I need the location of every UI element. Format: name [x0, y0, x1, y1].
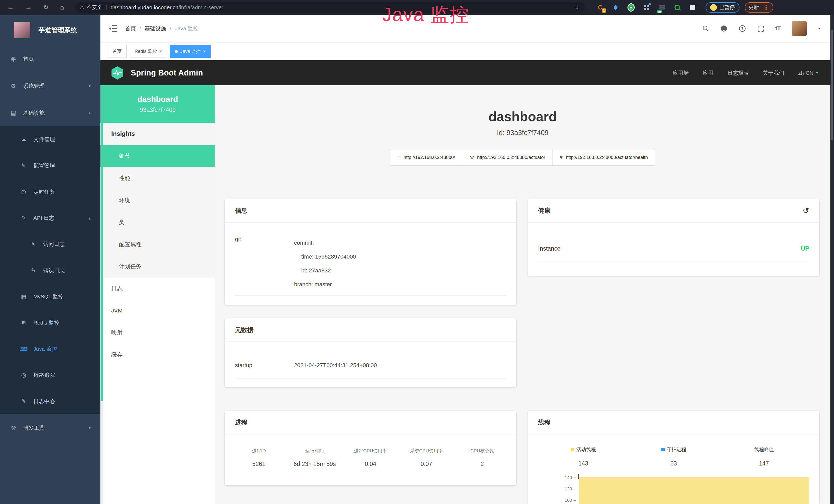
address-bar[interactable]: ⚠ 不安全 dashboard.yudao.iocoder.cn /infra/… [75, 2, 585, 13]
sba-item-classes[interactable]: 类 [101, 211, 215, 233]
sba-item-logs[interactable]: 日志 [101, 278, 215, 300]
app-logo-row[interactable]: 芋道管理系统 [0, 15, 101, 45]
sidebar-item-redis-monitor[interactable]: ≋ Redis 监控 [0, 310, 101, 336]
sidebar-item-access-log[interactable]: ✎ 访问日志 [0, 231, 101, 257]
live-threads-value: 143 [538, 460, 629, 467]
tab-java-monitor[interactable]: Java 监控 × [170, 45, 211, 58]
info-key: git [235, 236, 294, 292]
legend-daemon-threads: 守护进程 [629, 446, 719, 453]
home-icon[interactable]: ⌂ [60, 3, 64, 11]
sidebar-item-java-monitor[interactable]: ⌨ Java 监控 [0, 336, 101, 362]
close-icon[interactable]: × [203, 49, 206, 54]
not-secure-label[interactable]: 不安全 [87, 4, 102, 11]
sidebar-item-config-manage[interactable]: ✎ 配置管理 [0, 153, 101, 179]
sba-item-config-props[interactable]: 配置属性 [101, 233, 215, 255]
paused-label: 已暂停 [720, 4, 735, 11]
profile-paused-chip[interactable]: 已暂停 [706, 2, 740, 13]
spring-boot-admin-logo-icon[interactable] [110, 66, 125, 80]
sba-nav-applications[interactable]: 应用 [702, 69, 713, 76]
sba-header: Spring Boot Admin 应用墙 应用 日志报表 关于我们 zh-CN… [101, 60, 830, 85]
actuator-url: http://192.168.0.2:48080/actuator [477, 155, 545, 160]
sidebar-item-dev-tools[interactable]: ⚒ 研发工具 ▾ [0, 414, 101, 441]
sidebar-item-label: API 日志 [34, 214, 54, 222]
sba-item-mappings[interactable]: 映射 [101, 322, 215, 344]
extension-y-icon[interactable]: y [628, 4, 635, 11]
sidebar-item-file-manage[interactable]: ☁ 文件管理 [0, 126, 101, 153]
health-url-button[interactable]: ♥ http://192.168.0.2:48080/actuator/heal… [552, 149, 656, 166]
sba-brand-title[interactable]: Spring Boot Admin [131, 68, 203, 77]
y-tick: 100 [538, 498, 576, 503]
actuator-url-button[interactable]: ⚒ http://192.168.0.2:48080/actuator [462, 149, 552, 166]
extension-badge: 1 [602, 8, 606, 13]
timer-icon: ◴ [20, 188, 28, 195]
tab-home[interactable]: 首页 [108, 45, 127, 58]
breadcrumb-home[interactable]: 首页 [125, 25, 136, 32]
peak-threads-value: 147 [719, 460, 809, 467]
page-scrollbar[interactable] [830, 15, 834, 504]
extension-pin-icon[interactable] [612, 4, 619, 11]
sidebar-item-label: 研发工具 [23, 425, 45, 432]
avatar[interactable] [792, 21, 807, 36]
sba-item-details[interactable]: 细节 [101, 145, 215, 167]
url-path[interactable]: /infra/admin-server [178, 4, 223, 10]
sba-sidebar-scrollbar-thumb[interactable] [101, 123, 103, 401]
help-icon[interactable]: ? [739, 25, 746, 32]
sidebar-item-infra[interactable]: ▤ 基础设施 ▴ [0, 99, 101, 126]
breadcrumb-separator: / [170, 25, 171, 31]
extension-colorzilla-icon[interactable]: C 1 [597, 4, 604, 11]
sidebar-item-mysql-monitor[interactable]: ▦ MySQL 监控 [0, 283, 101, 310]
sidebar-item-tracing[interactable]: ◎ 链路追踪 [0, 362, 101, 388]
tab-redis-monitor[interactable]: Redis 监控 × [130, 45, 167, 58]
sidebar-item-label: 首页 [23, 55, 34, 63]
sba-item-caches[interactable]: 缓存 [101, 344, 215, 366]
sba-instance-header[interactable]: dashboard 93a3fc7f7409 [101, 85, 215, 123]
extensions-puzzle-icon[interactable] [689, 4, 696, 11]
sba-nav-wall[interactable]: 应用墙 [673, 69, 688, 76]
sba-item-environment[interactable]: 环境 [101, 189, 215, 211]
fullscreen-icon[interactable] [757, 25, 764, 32]
sba-item-jvm[interactable]: JVM [101, 300, 215, 322]
service-url-button[interactable]: ⌂ http://192.168.0.2:48080/ [390, 149, 463, 166]
extension-grid-icon[interactable] [643, 4, 650, 11]
url-host[interactable]: dashboard.yudao.iocoder.cn [111, 4, 178, 10]
sidebar-item-scheduled-jobs[interactable]: ◴ 定时任务 [0, 179, 101, 205]
sidebar-item-log-center[interactable]: ✎ 日志中心 [0, 388, 101, 414]
health-card: 健康 ↺ Instance UP [528, 199, 819, 276]
sba-item-scheduled-tasks[interactable]: 计划任务 [101, 255, 215, 278]
extension-switch-icon[interactable]: on [658, 4, 665, 11]
health-instance-label[interactable]: Instance [538, 245, 561, 252]
back-icon[interactable]: ← [7, 3, 14, 11]
sba-locale-select[interactable]: zh-CN ▾ [798, 70, 818, 76]
process-card-body: 进程ID 5261 运行时间 6d 23h 15m 59s 进程CPU使用率 0… [225, 434, 516, 467]
scrollbar-thumb[interactable] [831, 30, 833, 140]
breadcrumb-infra[interactable]: 基础设施 [145, 25, 166, 32]
extension-search-icon[interactable] [674, 4, 681, 11]
sba-item-metrics[interactable]: 性能 [101, 167, 215, 189]
avatar-caret-icon[interactable]: ▾ [818, 26, 820, 31]
chevron-down-icon: ▾ [816, 70, 818, 75]
sidebar-item-label: Java 监控 [34, 345, 57, 352]
edit-icon: ✎ [20, 398, 28, 405]
hamburger-icon[interactable] [109, 25, 117, 32]
close-icon[interactable]: × [159, 49, 162, 54]
sidebar-item-api-log[interactable]: ✎ API 日志 ▴ [0, 205, 101, 231]
sidebar-item-system[interactable]: ⚙ 系统管理 ▾ [0, 72, 101, 99]
font-size-icon[interactable]: tT [775, 25, 781, 32]
sba-nav-about[interactable]: 关于我们 [763, 69, 784, 76]
github-icon[interactable] [720, 25, 727, 32]
search-icon[interactable] [702, 25, 709, 32]
browser-update-button[interactable]: 更新 ⋮ [745, 2, 773, 13]
header-actions: ? tT ▾ [702, 21, 820, 36]
y-tick: 120 [538, 486, 576, 492]
history-icon[interactable]: ↺ [803, 206, 809, 215]
sba-nav-journal[interactable]: 日志报表 [727, 69, 749, 76]
bookmark-star-icon[interactable]: ☆ [575, 4, 580, 11]
threads-card-body: 活动线程 守护进程 线程峰值 143 53 147 [528, 434, 819, 504]
browser-menu-icon[interactable]: ⋮ [763, 4, 769, 11]
sidebar-item-home[interactable]: ◉ 首页 [0, 45, 101, 72]
forward-icon[interactable]: → [25, 3, 32, 11]
process-cpu-col: 进程CPU使用率 0.04 [343, 448, 398, 467]
threads-card-title: 线程 [528, 411, 819, 434]
sidebar-item-error-log[interactable]: ✎ 错误日志 [0, 257, 101, 283]
reload-icon[interactable]: ↻ [43, 3, 49, 11]
